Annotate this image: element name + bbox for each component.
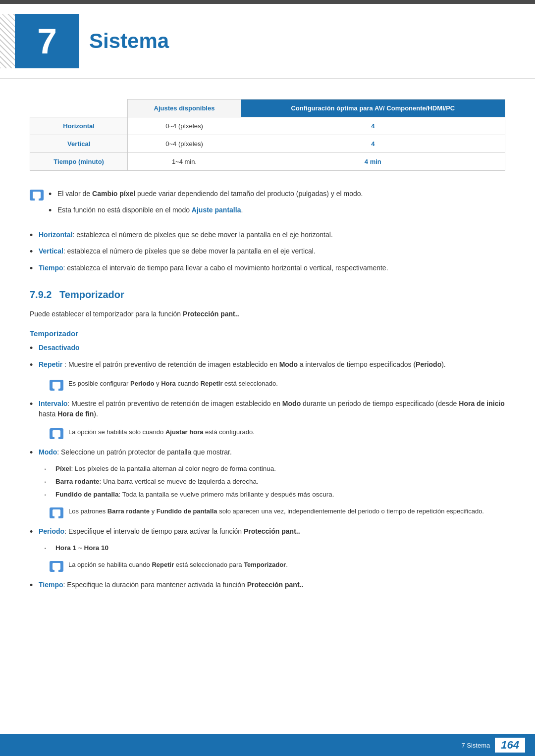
table-empty-header: [30, 100, 128, 117]
bullet-desactivado: • Desactivado: [30, 343, 505, 354]
intervalo-rest2: durante un periodo de tiempo especificad…: [301, 400, 459, 407]
footer-section-label: 7 Sistema: [461, 742, 490, 749]
bullet-vertical-bold: Vertical: [39, 247, 63, 255]
note-icon-1: [30, 190, 44, 201]
main-content: Ajustes disponibles Configuración óptima…: [0, 79, 535, 616]
table-cell-horizontal-optimal: 4: [241, 117, 505, 135]
section-792-heading: 7.9.2 Temporizador: [30, 289, 505, 303]
table-cell-vertical-optimal: 4: [241, 135, 505, 153]
hora-range-bold1: Hora 1: [55, 544, 76, 552]
note-repetir-bold1: Periodo: [130, 380, 154, 387]
intro-paragraph: Puede establecer el temporizador para la…: [30, 308, 505, 319]
note2-pre: Esta función no está disponible en el mo…: [57, 206, 192, 214]
desactivado-bold: Desactivado: [39, 344, 79, 352]
note-habilita-repetir-content: La opción se habilita cuando Repetir est…: [68, 560, 288, 570]
barra-bold: Barra rodante: [55, 478, 100, 485]
table-cell-tiempo-label: Tiempo (minuto): [30, 153, 128, 171]
note-repetir-mid2: cuando: [176, 380, 201, 387]
tiempo-final-bold: Tiempo: [39, 581, 63, 589]
intervalo-rest4: ).: [94, 410, 98, 418]
tiempo-suffix: (minuto): [76, 158, 104, 165]
note-repetir-mid1: y: [154, 380, 161, 387]
note-repetir-pre: Es posible configurar: [68, 380, 130, 387]
bullet-intervalo: • Intervalo: Muestre el patrón preventiv…: [30, 399, 505, 419]
note-barra-fundido: Los patrones Barra rodante y Fundido de …: [50, 504, 505, 521]
bullet-vertical: • Vertical: establezca el número de píxe…: [30, 246, 505, 257]
table-cell-horizontal-label: Horizontal: [30, 117, 128, 135]
periodo-bold: Periodo: [39, 527, 64, 535]
note-intervalo-bold: Ajustar hora: [165, 428, 204, 436]
modo-rest: : Seleccione un patrón protector de pant…: [57, 448, 232, 456]
sub-bullet-hora-range: ▪ Hora 1 ~ Hora 10: [45, 543, 505, 553]
note-barra-bold2: Fundido de pantalla: [157, 507, 217, 515]
note-barra-bold1: Barra rodante: [107, 507, 150, 515]
table-cell-tiempo-optimal: 4 min: [241, 153, 505, 171]
note-intervalo-end: está configurado.: [203, 428, 254, 436]
intervalo-rest: : Muestre el patrón preventivo de retenc…: [67, 400, 282, 407]
bullet-tiempo-bold: Tiempo: [39, 264, 63, 272]
pixel-bold: Píxel: [55, 465, 71, 472]
modo-sub-bullet-list: ▪ Píxel: Los píxeles de la pantalla alte…: [45, 464, 505, 500]
note-repetir-end: está seleccionado.: [222, 380, 277, 387]
pixel-table: Ajustes disponibles Configuración óptima…: [30, 99, 505, 171]
periodo-rest: : Especifique el intervalo de tiempo par…: [64, 527, 244, 535]
note-intervalo-text: La opción se habilita solo cuando: [68, 428, 165, 436]
section-title: Temporizador: [59, 289, 124, 300]
bullet-tiempo: • Tiempo: establezca el intervalo de tie…: [30, 263, 505, 274]
repetir-bold: Repetir: [39, 360, 62, 368]
note1-bold: Cambio píxel: [92, 190, 135, 198]
intro-bold: Protección pant..: [183, 310, 239, 318]
barra-rest: : Una barra vertical se mueve de izquier…: [100, 478, 259, 485]
modo-bold: Modo: [39, 448, 57, 456]
bullet-tiempo-rest: : establezca el intervalo de tiempo para…: [63, 264, 388, 272]
pixel-rest: : Los píxeles de la pantalla alternan al…: [71, 465, 276, 472]
note-bullet-1: • El valor de Cambio píxel puede variar …: [49, 189, 363, 200]
table-cell-horizontal-available: 0~4 (píxeles): [128, 117, 241, 135]
note-periodo-end: .: [286, 561, 288, 568]
modo-bullet-list: • Modo: Seleccione un patrón protector d…: [30, 447, 505, 458]
hora-range-bold2: Hora 10: [84, 544, 108, 552]
table-cell-tiempo-available: 1~4 min.: [128, 153, 241, 171]
repetir-bold2: Modo: [279, 360, 298, 368]
note1-pre: El valor de: [57, 190, 92, 198]
note-periodo-pre: La opción se habilita cuando: [68, 561, 152, 568]
bullet-periodo: • Periodo: Especifique el intervalo de t…: [30, 526, 505, 538]
note-periodo-hora-content: Es posible configurar Periodo y Hora cua…: [68, 379, 278, 389]
table-col3-header: Configuración óptima para AV/ Componente…: [241, 100, 505, 117]
sub-bullet-fundido: ▪ Fundido de pantalla: Toda la pantalla …: [45, 490, 505, 500]
repetir-rest: : Muestre el patrón preventivo de retenc…: [62, 360, 279, 368]
table-cell-vertical-available: 0~4 (píxeles): [128, 135, 241, 153]
note-cambio-pixel-content: • El valor de Cambio píxel puede variar …: [49, 189, 363, 222]
periodo-sub-bullet-list: ▪ Hora 1 ~ Hora 10: [45, 543, 505, 553]
note-bullet-2: • Esta función no está disponible en el …: [49, 205, 363, 216]
tiempo-final-rest: : Especifique la duración para mantener …: [63, 581, 247, 589]
vertical-label: Vertical: [67, 140, 90, 148]
note-ajustar-hora: La opción se habilita solo cuando Ajusta…: [50, 424, 505, 442]
intervalo-bold4: Hora de fin: [57, 410, 94, 418]
periodo-bold2: Protección pant..: [244, 527, 300, 535]
page-footer: 7 Sistema 164: [0, 734, 535, 756]
note-icon-inner-2: [53, 382, 60, 389]
bullet-horizontal-bold: Horizontal: [39, 231, 72, 239]
note-barra-fundido-content: Los patrones Barra rodante y Fundido de …: [68, 506, 484, 516]
note-icon-inner-4: [53, 509, 60, 516]
note-icon-5: [50, 561, 63, 572]
note-cambio-pixel: • El valor de Cambio píxel puede variar …: [30, 186, 505, 225]
bullet-tiempo-final: • Tiempo: Especifique la duración para m…: [30, 580, 505, 591]
note-barra-end: solo aparecen una vez, independientement…: [217, 507, 484, 515]
chapter-number: 7: [15, 14, 79, 68]
note-icon-2: [50, 380, 63, 391]
intervalo-rest3: hasta: [39, 410, 57, 418]
bullet-repetir: • Repetir : Muestre el patrón preventivo…: [30, 359, 505, 371]
tiempo-bullet-list: • Tiempo: Especifique la duración para m…: [30, 580, 505, 591]
intervalo-bold3: Hora de inicio: [459, 400, 505, 407]
table-row-horizontal: Horizontal 0~4 (píxeles) 4: [30, 117, 505, 135]
note-habilita-repetir: La opción se habilita cuando Repetir est…: [50, 557, 505, 575]
temporizador-bullet-list: • Desactivado • Repetir : Muestre el pat…: [30, 343, 505, 371]
top-bar: [0, 0, 535, 4]
intro-para-text: Puede establecer el temporizador para la…: [30, 310, 183, 318]
note-periodo-bold1: Repetir: [152, 561, 174, 568]
note2-bold: Ajuste pantalla: [192, 206, 241, 214]
bullet-horizontal-rest: : establezca el número de píxeles que se…: [72, 231, 332, 239]
intervalo-bold: Intervalo: [39, 400, 67, 407]
